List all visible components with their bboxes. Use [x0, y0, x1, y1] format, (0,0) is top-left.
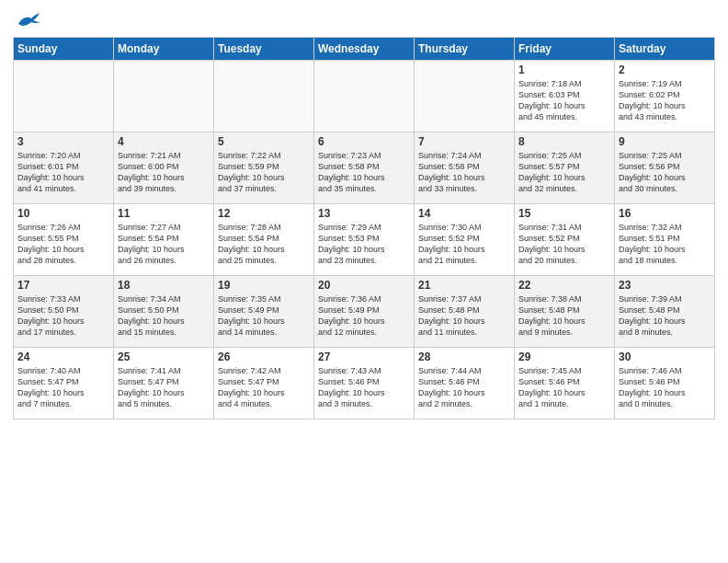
col-header-monday: Monday — [114, 38, 214, 61]
calendar-cell: 12Sunrise: 7:28 AM Sunset: 5:54 PM Dayli… — [214, 204, 314, 276]
calendar-cell: 2Sunrise: 7:19 AM Sunset: 6:02 PM Daylig… — [615, 61, 715, 132]
day-number: 30 — [619, 350, 711, 363]
calendar-cell: 21Sunrise: 7:37 AM Sunset: 5:48 PM Dayli… — [415, 276, 515, 348]
logo-bird-icon — [15, 9, 40, 29]
day-number: 12 — [218, 207, 310, 220]
calendar-cell: 9Sunrise: 7:25 AM Sunset: 5:56 PM Daylig… — [615, 132, 715, 204]
calendar-cell: 29Sunrise: 7:45 AM Sunset: 5:46 PM Dayli… — [515, 348, 615, 419]
day-number: 10 — [17, 207, 109, 220]
day-info: Sunrise: 7:44 AM Sunset: 5:46 PM Dayligh… — [418, 365, 510, 410]
day-number: 6 — [318, 135, 410, 148]
day-info: Sunrise: 7:35 AM Sunset: 5:49 PM Dayligh… — [218, 293, 310, 339]
col-header-tuesday: Tuesday — [214, 38, 314, 61]
calendar-cell — [214, 61, 314, 132]
calendar-cell: 26Sunrise: 7:42 AM Sunset: 5:47 PM Dayli… — [214, 348, 314, 419]
calendar-cell: 13Sunrise: 7:29 AM Sunset: 5:53 PM Dayli… — [314, 204, 415, 276]
day-info: Sunrise: 7:23 AM Sunset: 5:58 PM Dayligh… — [318, 150, 410, 195]
day-number: 14 — [418, 207, 510, 220]
day-info: Sunrise: 7:46 AM Sunset: 5:46 PM Dayligh… — [619, 365, 711, 410]
day-info: Sunrise: 7:42 AM Sunset: 5:47 PM Dayligh… — [218, 365, 310, 410]
day-info: Sunrise: 7:40 AM Sunset: 5:47 PM Dayligh… — [17, 365, 109, 410]
day-info: Sunrise: 7:32 AM Sunset: 5:51 PM Dayligh… — [619, 222, 711, 267]
calendar-cell: 3Sunrise: 7:20 AM Sunset: 6:01 PM Daylig… — [14, 132, 114, 204]
col-header-wednesday: Wednesday — [314, 38, 415, 61]
col-header-friday: Friday — [515, 38, 615, 61]
calendar-week-row: 3Sunrise: 7:20 AM Sunset: 6:01 PM Daylig… — [14, 132, 715, 204]
calendar-week-row: 10Sunrise: 7:26 AM Sunset: 5:55 PM Dayli… — [14, 204, 715, 276]
day-info: Sunrise: 7:24 AM Sunset: 5:58 PM Dayligh… — [418, 150, 510, 195]
day-info: Sunrise: 7:18 AM Sunset: 6:03 PM Dayligh… — [518, 78, 610, 123]
day-info: Sunrise: 7:29 AM Sunset: 5:53 PM Dayligh… — [318, 222, 410, 267]
col-header-saturday: Saturday — [615, 38, 715, 61]
calendar-cell: 7Sunrise: 7:24 AM Sunset: 5:58 PM Daylig… — [415, 132, 515, 204]
calendar-cell — [314, 61, 415, 132]
calendar-cell: 6Sunrise: 7:23 AM Sunset: 5:58 PM Daylig… — [314, 132, 415, 204]
day-info: Sunrise: 7:43 AM Sunset: 5:46 PM Dayligh… — [318, 365, 410, 410]
day-info: Sunrise: 7:25 AM Sunset: 5:57 PM Dayligh… — [518, 150, 610, 195]
day-number: 27 — [318, 350, 410, 363]
day-number: 26 — [218, 350, 310, 363]
calendar-cell: 1Sunrise: 7:18 AM Sunset: 6:03 PM Daylig… — [515, 61, 615, 132]
calendar-cell: 19Sunrise: 7:35 AM Sunset: 5:49 PM Dayli… — [214, 276, 314, 348]
calendar-cell: 30Sunrise: 7:46 AM Sunset: 5:46 PM Dayli… — [615, 348, 715, 419]
day-number: 20 — [318, 279, 410, 292]
day-number: 23 — [619, 279, 711, 292]
day-number: 1 — [518, 63, 610, 76]
day-info: Sunrise: 7:37 AM Sunset: 5:48 PM Dayligh… — [418, 293, 510, 339]
day-number: 11 — [118, 207, 210, 220]
day-number: 5 — [218, 135, 310, 148]
calendar-cell: 18Sunrise: 7:34 AM Sunset: 5:50 PM Dayli… — [114, 276, 214, 348]
day-info: Sunrise: 7:41 AM Sunset: 5:47 PM Dayligh… — [118, 365, 210, 410]
page: SundayMondayTuesdayWednesdayThursdayFrid… — [0, 0, 728, 563]
day-info: Sunrise: 7:28 AM Sunset: 5:54 PM Dayligh… — [218, 222, 310, 267]
day-info: Sunrise: 7:27 AM Sunset: 5:54 PM Dayligh… — [118, 222, 210, 267]
day-number: 16 — [619, 207, 711, 220]
calendar-header-row: SundayMondayTuesdayWednesdayThursdayFrid… — [14, 38, 715, 61]
day-number: 22 — [518, 279, 610, 292]
day-number: 19 — [218, 279, 310, 292]
day-info: Sunrise: 7:22 AM Sunset: 5:59 PM Dayligh… — [218, 150, 310, 195]
day-number: 2 — [619, 63, 711, 76]
calendar-cell: 23Sunrise: 7:39 AM Sunset: 5:48 PM Dayli… — [615, 276, 715, 348]
day-number: 28 — [418, 350, 510, 363]
calendar-cell: 5Sunrise: 7:22 AM Sunset: 5:59 PM Daylig… — [214, 132, 314, 204]
day-info: Sunrise: 7:25 AM Sunset: 5:56 PM Dayligh… — [619, 150, 711, 195]
day-info: Sunrise: 7:30 AM Sunset: 5:52 PM Dayligh… — [418, 222, 510, 267]
calendar-cell — [114, 61, 214, 132]
day-info: Sunrise: 7:20 AM Sunset: 6:01 PM Dayligh… — [17, 150, 109, 195]
calendar-cell: 24Sunrise: 7:40 AM Sunset: 5:47 PM Dayli… — [14, 348, 114, 419]
logo — [13, 9, 40, 29]
calendar-table: SundayMondayTuesdayWednesdayThursdayFrid… — [13, 37, 715, 419]
calendar-cell: 22Sunrise: 7:38 AM Sunset: 5:48 PM Dayli… — [515, 276, 615, 348]
day-number: 3 — [17, 135, 109, 148]
calendar-cell: 28Sunrise: 7:44 AM Sunset: 5:46 PM Dayli… — [415, 348, 515, 419]
day-number: 24 — [17, 350, 109, 363]
calendar-week-row: 1Sunrise: 7:18 AM Sunset: 6:03 PM Daylig… — [14, 61, 715, 132]
calendar-cell: 27Sunrise: 7:43 AM Sunset: 5:46 PM Dayli… — [314, 348, 415, 419]
calendar-week-row: 17Sunrise: 7:33 AM Sunset: 5:50 PM Dayli… — [14, 276, 715, 348]
day-number: 15 — [518, 207, 610, 220]
calendar-cell: 17Sunrise: 7:33 AM Sunset: 5:50 PM Dayli… — [14, 276, 114, 348]
col-header-thursday: Thursday — [415, 38, 515, 61]
day-number: 4 — [118, 135, 210, 148]
day-number: 18 — [118, 279, 210, 292]
calendar-cell: 16Sunrise: 7:32 AM Sunset: 5:51 PM Dayli… — [615, 204, 715, 276]
day-info: Sunrise: 7:45 AM Sunset: 5:46 PM Dayligh… — [518, 365, 610, 410]
calendar-cell: 25Sunrise: 7:41 AM Sunset: 5:47 PM Dayli… — [114, 348, 214, 419]
day-number: 9 — [619, 135, 711, 148]
day-info: Sunrise: 7:33 AM Sunset: 5:50 PM Dayligh… — [17, 293, 109, 339]
day-number: 13 — [318, 207, 410, 220]
day-info: Sunrise: 7:26 AM Sunset: 5:55 PM Dayligh… — [17, 222, 109, 267]
header — [13, 9, 715, 29]
calendar-cell: 10Sunrise: 7:26 AM Sunset: 5:55 PM Dayli… — [14, 204, 114, 276]
calendar-cell: 15Sunrise: 7:31 AM Sunset: 5:52 PM Dayli… — [515, 204, 615, 276]
day-info: Sunrise: 7:31 AM Sunset: 5:52 PM Dayligh… — [518, 222, 610, 267]
col-header-sunday: Sunday — [14, 38, 114, 61]
calendar-cell: 11Sunrise: 7:27 AM Sunset: 5:54 PM Dayli… — [114, 204, 214, 276]
day-info: Sunrise: 7:21 AM Sunset: 6:00 PM Dayligh… — [118, 150, 210, 195]
day-number: 25 — [118, 350, 210, 363]
day-info: Sunrise: 7:36 AM Sunset: 5:49 PM Dayligh… — [318, 293, 410, 339]
day-info: Sunrise: 7:19 AM Sunset: 6:02 PM Dayligh… — [619, 78, 711, 123]
day-number: 29 — [518, 350, 610, 363]
day-number: 7 — [418, 135, 510, 148]
